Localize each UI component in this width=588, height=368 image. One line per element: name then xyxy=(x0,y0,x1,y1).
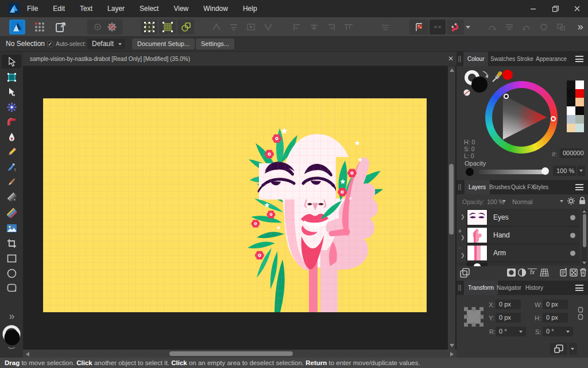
colour-swatch[interactable] xyxy=(567,80,575,89)
transform-flip-v-button[interactable] xyxy=(501,20,517,34)
document-tab-title[interactable]: sample-vision-by-nastka-drabot [Read Onl… xyxy=(30,56,190,62)
colour-swatch[interactable] xyxy=(575,115,584,124)
fill-stroke-swatch[interactable] xyxy=(2,324,21,350)
move-tool[interactable] xyxy=(2,55,21,68)
layer-expand-icon[interactable]: ⦕❯ xyxy=(458,227,466,244)
menu-item[interactable]: Window xyxy=(196,0,235,17)
blend-mode-dropdown[interactable] xyxy=(560,200,564,202)
place-image-tool[interactable] xyxy=(2,221,21,235)
transform-mode-dropdown[interactable] xyxy=(568,343,577,355)
node-tool[interactable] xyxy=(2,85,21,99)
horizontal-scrollbar-thumb[interactable] xyxy=(169,351,293,356)
r-field[interactable]: 0 ° xyxy=(496,327,526,336)
insert-inside-button[interactable] xyxy=(243,20,258,34)
order-button[interactable] xyxy=(376,20,394,34)
assets-group[interactable] xyxy=(87,20,123,34)
colour-swatch[interactable] xyxy=(567,98,575,106)
toolbar-overflow-button[interactable] xyxy=(575,20,586,34)
tab-history[interactable]: History xyxy=(521,281,547,295)
layer-visibility-dot[interactable] xyxy=(570,251,575,256)
hex-input[interactable]: 000000 xyxy=(560,148,583,158)
fx-icon[interactable]: fx xyxy=(528,269,537,276)
panel-menu-icon[interactable] xyxy=(575,285,583,291)
wheel-selector[interactable] xyxy=(551,116,556,121)
pencil-tool[interactable] xyxy=(2,145,21,159)
horizontal-scrollbar[interactable] xyxy=(23,350,457,358)
recent-colour-swatch[interactable] xyxy=(502,70,513,80)
menu-item[interactable]: Select xyxy=(132,0,166,17)
s-field[interactable]: 0 ° xyxy=(543,327,573,336)
link-layers-icon[interactable] xyxy=(460,268,470,278)
fill-tool[interactable] xyxy=(2,175,21,189)
artboard-tool[interactable] xyxy=(2,70,21,84)
pixel-persona-button[interactable] xyxy=(32,20,48,34)
minimize-button[interactable] xyxy=(523,0,544,17)
align-top-button[interactable] xyxy=(341,20,356,34)
transform-mode-button[interactable] xyxy=(550,343,567,355)
layer-visibility-dot[interactable] xyxy=(570,233,575,238)
transparency-tool[interactable] xyxy=(2,190,21,204)
snap-candidates-button[interactable] xyxy=(430,20,446,34)
align-center-button[interactable] xyxy=(306,20,322,34)
vector-brush-tool[interactable] xyxy=(2,160,21,174)
live-filter-icon[interactable] xyxy=(540,269,549,277)
layer-thumbnail-arm[interactable] xyxy=(467,245,488,261)
colour-swatch[interactable] xyxy=(575,106,584,115)
menu-item[interactable]: Text xyxy=(72,0,100,17)
designer-persona-button[interactable] xyxy=(9,20,25,34)
settings-button[interactable]: Settings... xyxy=(196,39,234,49)
layer-opacity-value[interactable]: 100 % xyxy=(487,198,504,205)
layer-thumbnail-hand[interactable] xyxy=(467,227,488,243)
triangle-selector[interactable] xyxy=(504,94,509,99)
document-setup-button[interactable]: Document Setup... xyxy=(132,39,195,49)
auto-select-checkbox[interactable]: ✓ xyxy=(47,41,53,47)
snap-grid-button[interactable] xyxy=(141,20,157,34)
layer-settings-gear-icon[interactable] xyxy=(567,197,575,205)
rounded-rectangle-tool[interactable] xyxy=(2,281,21,295)
colour-swatch[interactable] xyxy=(575,80,584,89)
layer-expand-icon[interactable]: ∷❯ xyxy=(458,244,466,262)
menu-item[interactable]: Layer xyxy=(100,0,132,17)
y-field[interactable]: 0 px xyxy=(496,313,521,323)
pen-tool[interactable] xyxy=(2,130,21,144)
colour-swatch[interactable] xyxy=(575,98,584,106)
w-field[interactable]: 0 px xyxy=(543,300,568,309)
point-transform-tool[interactable] xyxy=(2,100,21,114)
layers-scrollbar-thumb[interactable] xyxy=(583,214,586,247)
layer-row-hand[interactable]: ⦕❯ Hand xyxy=(458,227,580,244)
tab-styles[interactable]: Styles xyxy=(529,180,552,194)
menu-item[interactable]: Help xyxy=(235,0,265,17)
gradient-tool[interactable] xyxy=(2,206,21,220)
colour-swatch[interactable] xyxy=(567,115,575,124)
align-left-button[interactable] xyxy=(289,20,304,34)
anchor-selector[interactable] xyxy=(464,307,483,327)
layer-name[interactable]: Eyes xyxy=(493,213,509,221)
x-field[interactable]: 0 px xyxy=(496,300,521,309)
layer-thumbnail-eyes[interactable] xyxy=(467,209,488,225)
add-pixel-layer-icon[interactable] xyxy=(570,268,578,277)
panel-grip[interactable] xyxy=(458,184,461,190)
vertical-scrollbar-thumb[interactable] xyxy=(449,164,454,235)
panel-grip[interactable] xyxy=(458,285,461,291)
snap-object-button[interactable] xyxy=(177,20,194,34)
transform-rotate-left-button[interactable] xyxy=(519,20,534,34)
menu-item[interactable]: Edit xyxy=(45,0,72,17)
layer-row-partial[interactable] xyxy=(458,262,580,266)
fill-stroke-selector[interactable] xyxy=(462,68,492,96)
opacity-value-field[interactable]: 100 % xyxy=(553,166,576,176)
transform-scale-button[interactable] xyxy=(553,20,568,34)
layer-visibility-dot[interactable] xyxy=(570,215,575,220)
insert-below-button[interactable] xyxy=(260,20,276,34)
tab-appearance[interactable]: Appearance xyxy=(532,52,571,66)
panel-menu-icon[interactable] xyxy=(575,184,583,190)
panel-grip[interactable] xyxy=(458,56,461,62)
artwork-canvas[interactable] xyxy=(43,98,427,312)
corner-tool[interactable] xyxy=(2,115,21,129)
aspect-link-icon[interactable] xyxy=(578,306,583,320)
export-persona-button[interactable] xyxy=(53,20,69,34)
vertical-scrollbar[interactable] xyxy=(448,66,455,350)
opacity-dropdown[interactable] xyxy=(577,166,585,176)
lock-icon[interactable] xyxy=(579,197,586,205)
transform-flip-h-button[interactable] xyxy=(484,20,500,34)
h-field[interactable]: 0 px xyxy=(543,313,568,323)
